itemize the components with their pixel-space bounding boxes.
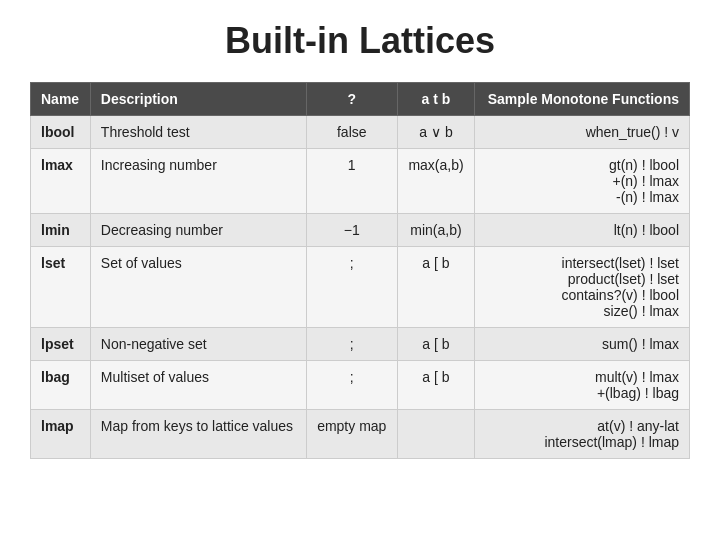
cell-question: −1 [306, 214, 397, 247]
cell-description: Multiset of values [90, 361, 306, 410]
cell-description: Threshold test [90, 116, 306, 149]
cell-atb: a [ b [397, 247, 474, 328]
col-header-question: ? [306, 83, 397, 116]
cell-atb: max(a,b) [397, 149, 474, 214]
table-row: lbagMultiset of values;a [ bmult(v) ! lm… [31, 361, 690, 410]
cell-question: empty map [306, 410, 397, 459]
cell-sample: sum() ! lmax [475, 328, 690, 361]
cell-atb: a [ b [397, 361, 474, 410]
cell-name: lmap [31, 410, 91, 459]
cell-name: lpset [31, 328, 91, 361]
col-header-description: Description [90, 83, 306, 116]
cell-sample: gt(n) ! lbool +(n) ! lmax -(n) ! lmax [475, 149, 690, 214]
table-row: lmaxIncreasing number1max(a,b)gt(n) ! lb… [31, 149, 690, 214]
cell-name: lmin [31, 214, 91, 247]
cell-atb: a [ b [397, 328, 474, 361]
table-row: lsetSet of values;a [ bintersect(lset) !… [31, 247, 690, 328]
cell-name: lbag [31, 361, 91, 410]
cell-description: Set of values [90, 247, 306, 328]
table-row: lpsetNon-negative set;a [ bsum() ! lmax [31, 328, 690, 361]
table-row: lboolThreshold testfalsea ∨ bwhen_true()… [31, 116, 690, 149]
table-header-row: Name Description ? a t b Sample Monotone… [31, 83, 690, 116]
col-header-sample: Sample Monotone Functions [475, 83, 690, 116]
cell-sample: mult(v) ! lmax +(lbag) ! lbag [475, 361, 690, 410]
cell-description: Increasing number [90, 149, 306, 214]
cell-name: lbool [31, 116, 91, 149]
cell-sample: intersect(lset) ! lset product(lset) ! l… [475, 247, 690, 328]
cell-question: ; [306, 328, 397, 361]
cell-description: Decreasing number [90, 214, 306, 247]
cell-atb [397, 410, 474, 459]
table-row: lminDecreasing number−1min(a,b)lt(n) ! l… [31, 214, 690, 247]
table-row: lmapMap from keys to lattice valuesempty… [31, 410, 690, 459]
cell-question: ; [306, 247, 397, 328]
cell-description: Non-negative set [90, 328, 306, 361]
lattices-table: Name Description ? a t b Sample Monotone… [30, 82, 690, 459]
cell-question: ; [306, 361, 397, 410]
cell-description: Map from keys to lattice values [90, 410, 306, 459]
cell-question: 1 [306, 149, 397, 214]
col-header-name: Name [31, 83, 91, 116]
cell-name: lmax [31, 149, 91, 214]
cell-sample: when_true() ! v [475, 116, 690, 149]
page-title: Built-in Lattices [30, 20, 690, 62]
cell-question: false [306, 116, 397, 149]
cell-atb: min(a,b) [397, 214, 474, 247]
cell-sample: lt(n) ! lbool [475, 214, 690, 247]
cell-sample: at(v) ! any-lat intersect(lmap) ! lmap [475, 410, 690, 459]
cell-name: lset [31, 247, 91, 328]
cell-atb: a ∨ b [397, 116, 474, 149]
col-header-atb: a t b [397, 83, 474, 116]
